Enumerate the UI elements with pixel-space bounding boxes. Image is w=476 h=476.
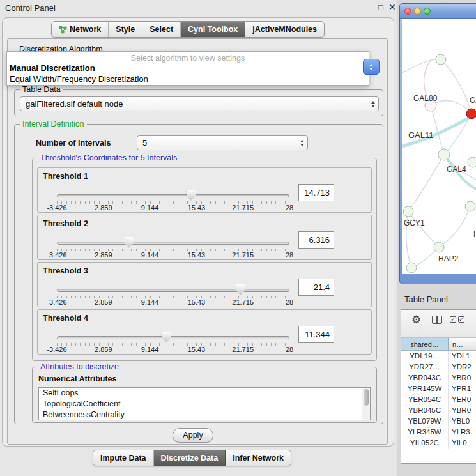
threshold-1-value-field[interactable]: 14.713	[298, 184, 334, 201]
threshold-2-slider[interactable]	[57, 236, 289, 248]
columns-icon[interactable]	[432, 316, 442, 324]
list-item[interactable]: SelfLoops	[39, 388, 370, 399]
table-data-combobox-value: galFiltered.sif default node	[20, 99, 367, 109]
interval-definition-group-title: Interval Definition	[20, 119, 87, 128]
table-panel: ⚙ ✓ ✓ shared… n… YDL19…YDL1 YDR27…YDR2 Y…	[401, 309, 476, 464]
network-window-titlebar[interactable]	[400, 4, 476, 19]
table-data-combobox[interactable]: galFiltered.sif default node	[20, 96, 379, 111]
threshold-3-panel: Threshold 3 -3.426 2.859 9.144 15.43 21.…	[37, 262, 372, 307]
table-row[interactable]: YBL079WYBL0	[401, 416, 476, 427]
table-rows: YDL19…YDL1 YDR27…YDR2 YBR043CYBR0 YPR145…	[401, 351, 476, 449]
thresholds-group-title: Threshold's Coordinates for 5 Intervals	[38, 153, 180, 162]
threshold-3-slider[interactable]	[57, 284, 289, 295]
table-row[interactable]: YPR145WYPR1	[401, 383, 476, 394]
slider-scale: -3.426 2.859 9.144 15.43 21.715 28	[57, 204, 289, 211]
combobox-stepper-icon	[296, 136, 307, 150]
algorithm-dropdown-popup: Select algorithm to view settings Manual…	[6, 51, 369, 86]
threshold-1-slider[interactable]	[57, 189, 289, 201]
tab-network-label: Network	[70, 25, 101, 34]
tab-cyni-toolbox[interactable]: Cyni Toolbox	[181, 22, 245, 37]
control-panel-tabbar: Network Style Select Cyni Toolbox jActiv…	[51, 21, 325, 38]
table-header-row: shared… n…	[401, 338, 476, 351]
slider-track[interactable]	[57, 242, 289, 245]
slider-track[interactable]	[57, 194, 289, 197]
column-header-shared-name[interactable]: shared…	[401, 338, 449, 351]
list-item[interactable]: TopologicalCoefficient	[39, 399, 370, 410]
control-panel-title: Control Panel	[5, 3, 56, 13]
slider-track[interactable]	[57, 336, 289, 339]
column-header-name[interactable]: n…	[449, 338, 476, 351]
tab-discretize-data[interactable]: Discretize Data	[154, 450, 226, 466]
scrollbar-thumb[interactable]	[364, 389, 369, 406]
table-panel-title: Table Panel	[404, 295, 448, 304]
checkbox-icon[interactable]: ✓	[450, 316, 456, 323]
number-of-intervals-label: Number of Intervals	[36, 139, 111, 148]
dropdown-item-equal-width-frequency[interactable]: Equal Width/Frequency Discretization	[7, 73, 369, 84]
table-row[interactable]: YDR27…YDR2	[401, 362, 476, 372]
list-item[interactable]: BetweennessCentrality	[39, 410, 370, 420]
threshold-2-label: Threshold 2	[43, 219, 88, 228]
zoom-traffic-light-icon[interactable]	[424, 8, 431, 15]
table-row[interactable]: YDL19…YDL1	[401, 351, 476, 362]
combobox-stepper-icon	[367, 97, 378, 111]
threshold-2-value-field[interactable]: 6.316	[298, 231, 334, 249]
dropdown-item-manual-discretization[interactable]: Manual Discretization	[7, 63, 369, 73]
tab-jactivemnodules[interactable]: jActiveMNodules	[245, 22, 324, 37]
node-label[interactable]: H	[473, 230, 476, 239]
slider-thumb[interactable]	[162, 332, 171, 342]
threshold-3-label: Threshold 3	[43, 266, 88, 275]
bottom-tabbar: Impute Data Discretize Data Infer Networ…	[93, 450, 291, 466]
threshold-4-panel: Threshold 4 -3.426 2.859 9.144 15.43 21.…	[37, 309, 372, 355]
threshold-3-value-field[interactable]: 21.4	[298, 279, 334, 296]
network-view-window: GAL80 GA GAL11 GAL4 GCY1 HAP2 H	[399, 3, 476, 284]
close-icon[interactable]: ✕	[388, 2, 396, 12]
control-panel-titlebar: Control Panel □ ✕	[0, 0, 396, 15]
node-label[interactable]: GAL4	[447, 165, 466, 174]
network-graph	[402, 19, 476, 274]
network-icon	[59, 26, 67, 34]
tab-impute-data[interactable]: Impute Data	[93, 450, 154, 466]
tab-infer-network[interactable]: Infer Network	[226, 450, 291, 466]
minimize-traffic-light-icon[interactable]	[414, 8, 421, 15]
table-row[interactable]: YIL052CYIL0	[401, 438, 476, 449]
list-scrollbar[interactable]	[362, 388, 370, 420]
table-row[interactable]: YER054CYER0	[401, 394, 476, 405]
slider-scale: -3.426 2.859 9.144 15.43 21.715 28	[57, 251, 289, 259]
table-row[interactable]: YBR045CYBR0	[401, 405, 476, 416]
slider-thumb[interactable]	[124, 237, 134, 248]
slider-track[interactable]	[57, 289, 289, 292]
slider-thumb[interactable]	[236, 284, 245, 295]
threshold-1-panel: Threshold 1 -3.426 2.859 9.144 15.43 21.…	[37, 167, 372, 213]
checkbox-icon[interactable]: ✓	[458, 316, 464, 323]
tab-style[interactable]: Style	[109, 22, 142, 37]
numerical-attributes-heading: Numerical Attributes	[38, 374, 116, 383]
apply-button[interactable]: Apply	[173, 428, 213, 443]
node-label[interactable]: GAL11	[408, 130, 434, 140]
threshold-2-panel: Threshold 2 -3.426 2.859 9.144 15.43 21.…	[37, 215, 372, 260]
threshold-4-value-field[interactable]: 11.344	[298, 326, 334, 343]
tab-network[interactable]: Network	[52, 22, 109, 37]
network-canvas[interactable]: GAL80 GA GAL11 GAL4 GCY1 HAP2 H	[402, 19, 476, 274]
slider-thumb[interactable]	[187, 190, 196, 201]
stepper-down-icon	[369, 68, 373, 70]
gear-icon[interactable]: ⚙	[411, 313, 421, 326]
algorithm-combobox-stepper[interactable]	[363, 59, 380, 75]
stepper-up-icon	[369, 64, 373, 66]
table-row[interactable]: YLR345WYLR3	[401, 427, 476, 438]
float-window-icon[interactable]: □	[378, 3, 383, 12]
slider-scale: -3.426 2.859 9.144 15.43 21.715 28	[57, 298, 289, 306]
threshold-4-slider[interactable]	[57, 331, 289, 342]
table-row[interactable]: YBR043CYBR0	[401, 372, 476, 383]
numerical-attributes-list[interactable]: SelfLoops TopologicalCoefficient Between…	[38, 387, 371, 420]
table-data-group-title: Table Data	[20, 85, 63, 94]
threshold-1-label: Threshold 1	[43, 172, 88, 181]
node-label[interactable]: GCY1	[404, 219, 425, 227]
node-label[interactable]: GAL80	[413, 94, 437, 103]
threshold-4-label: Threshold 4	[43, 314, 88, 323]
tab-select[interactable]: Select	[142, 22, 181, 37]
node-label[interactable]: HAP2	[438, 254, 458, 263]
table-data-group: Table Data galFiltered.sif default node	[14, 89, 383, 116]
close-traffic-light-icon[interactable]	[404, 8, 411, 15]
node-label[interactable]: GA	[470, 96, 476, 105]
number-of-intervals-combobox[interactable]: 5	[137, 135, 308, 150]
